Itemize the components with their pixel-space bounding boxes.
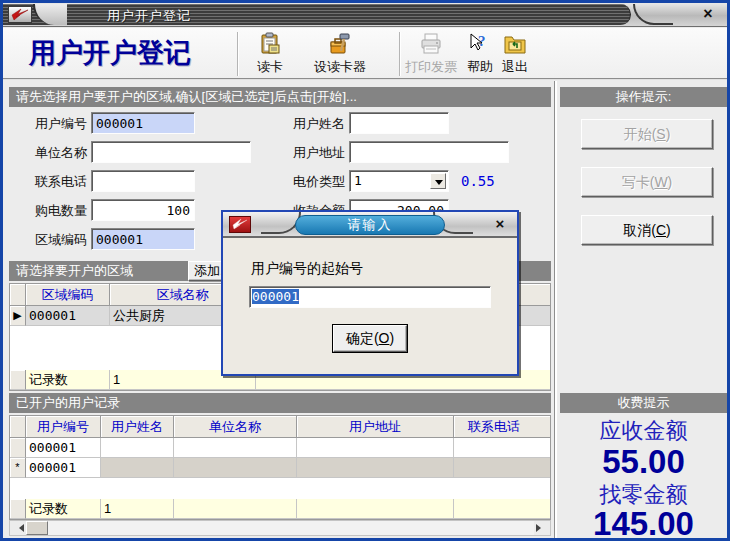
dialog-title: 请输入 [295, 215, 445, 235]
phone-label: 联系电话 [19, 173, 87, 191]
scrollbar-thumb[interactable] [26, 521, 48, 535]
panel-divider [555, 81, 557, 541]
records-table: 用户编号 用户姓名 单位名称 用户地址 联系电话 000001 * 000001… [9, 415, 551, 520]
rec-col-unit-name[interactable]: 单位名称 [174, 416, 297, 438]
table-row[interactable]: 000001 [10, 438, 550, 458]
fee-panel-header: 收费提示 [560, 393, 727, 413]
start-button: 开始(S) [581, 119, 713, 149]
area-record-count-label: 记录数 [26, 370, 110, 390]
phone-field[interactable] [91, 170, 195, 192]
records-table-empty [10, 478, 550, 499]
price-type-value: 1 [354, 173, 362, 188]
print-invoice-icon [393, 31, 469, 57]
dialog-titlebar[interactable]: 请输入 × [223, 212, 517, 238]
dialog-input-selected-text: 000001 [252, 289, 299, 304]
current-row-marker: ▶ [10, 306, 26, 326]
dialog-input[interactable]: 000001 [249, 286, 491, 308]
rec-col-user-name[interactable]: 用户姓名 [101, 416, 174, 438]
table-row[interactable]: * 000001 [10, 458, 550, 478]
toolbar: 用户开户登记 读卡 [3, 28, 727, 80]
read-card-button[interactable]: 读卡 [247, 30, 293, 78]
row-marker [10, 438, 26, 458]
area-row-code: 000001 [26, 306, 110, 326]
user-address-label: 用户地址 [281, 144, 345, 162]
area-code-field[interactable] [91, 228, 195, 250]
dialog-prompt: 用户编号的起始号 [251, 260, 363, 278]
dialog-close-icon[interactable]: × [492, 215, 508, 233]
area-col-code[interactable]: 区域编码 [26, 284, 110, 306]
rec-row-user-number: 000001 [26, 438, 101, 458]
chevron-down-icon[interactable] [430, 173, 446, 189]
purchase-qty-label: 购电数量 [19, 202, 87, 220]
price-rate-value: 0.55 [461, 173, 495, 189]
unit-name-label: 单位名称 [19, 144, 87, 162]
horizontal-scrollbar[interactable] [9, 520, 551, 536]
titlebar[interactable]: 用户开户登记 × [3, 3, 727, 27]
user-number-label: 用户编号 [19, 115, 87, 133]
form-section-header: 请先选择用户要开户的区域,确认[区域已选定]后点击[开始]... [9, 87, 551, 107]
area-code-label: 区域编码 [19, 231, 87, 249]
rec-record-count-value: 1 [101, 499, 174, 519]
exit-icon [493, 31, 537, 57]
rec-col-phone[interactable]: 联系电话 [454, 416, 550, 438]
titlebar-curve [633, 4, 673, 25]
set-reader-icon [303, 31, 377, 57]
user-name-label: 用户姓名 [281, 115, 345, 133]
set-reader-label: 设读卡器 [303, 58, 377, 76]
print-invoice-label: 打印发票 [393, 58, 469, 76]
receivable-value: 55.00 [560, 443, 727, 481]
toolbar-separator [237, 32, 238, 76]
print-invoice-button: 打印发票 [393, 30, 469, 78]
new-row-marker: * [10, 458, 26, 478]
purchase-qty-field[interactable] [91, 199, 195, 221]
receivable-label: 应收金额 [560, 416, 727, 446]
window-title: 用户开户登记 [107, 7, 191, 25]
user-number-field[interactable] [91, 112, 195, 134]
records-section-header: 已开户的用户记录 [9, 393, 551, 413]
ops-panel-header: 操作提示: [560, 87, 727, 107]
main-window: 用户开户登记 × 用户开户登记 读卡 [0, 0, 730, 541]
dialog-logo-icon [229, 216, 251, 233]
exit-label: 退出 [493, 58, 537, 76]
input-dialog: 请输入 × 用户编号的起始号 000001 确定(O) [221, 210, 519, 376]
user-address-field[interactable] [349, 141, 509, 163]
user-name-field[interactable] [349, 112, 449, 134]
records-table-footer: 记录数 1 [10, 499, 550, 519]
exit-button[interactable]: 退出 [493, 30, 537, 78]
rec-col-address[interactable]: 用户地址 [297, 416, 454, 438]
price-type-select[interactable]: 1 [349, 170, 449, 192]
read-card-icon [247, 31, 293, 57]
scroll-right-icon[interactable] [534, 521, 550, 535]
scroll-left-icon[interactable] [10, 521, 26, 535]
rec-col-user-number[interactable]: 用户编号 [26, 416, 101, 438]
price-type-label: 电价类型 [281, 173, 345, 191]
close-icon[interactable]: × [699, 5, 717, 23]
change-value: 145.00 [560, 505, 727, 541]
dialog-ok-button[interactable]: 确定(O) [333, 325, 407, 352]
cancel-button[interactable]: 取消(C) [581, 215, 713, 245]
rec-record-count-label: 记录数 [26, 499, 101, 519]
page-title: 用户开户登记 [29, 35, 191, 71]
rec-row-user-number: 000001 [26, 458, 101, 478]
records-table-header: 用户编号 用户姓名 单位名称 用户地址 联系电话 [10, 416, 550, 438]
set-reader-button[interactable]: 设读卡器 [303, 30, 377, 78]
titlebar-stripe-band [3, 4, 631, 25]
app-logo-icon [8, 6, 32, 23]
read-card-label: 读卡 [247, 58, 293, 76]
write-card-button: 写卡(W) [581, 167, 713, 197]
unit-name-field[interactable] [91, 141, 251, 163]
